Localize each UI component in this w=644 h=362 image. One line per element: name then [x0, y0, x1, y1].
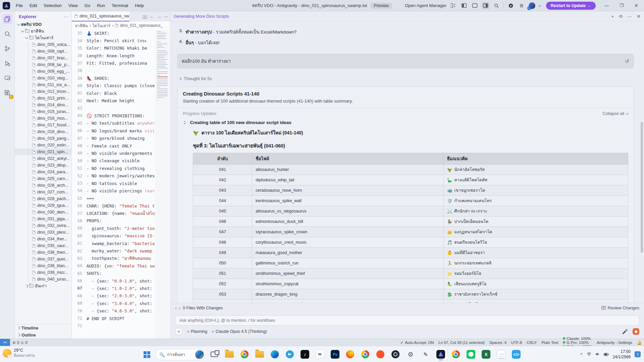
notifications-icon[interactable]: 🔔 — [635, 340, 644, 345]
model-quota-g-pro[interactable]: G Pro: 100% — [560, 341, 594, 345]
history-icon[interactable]: ⟲ — [619, 14, 623, 19]
model-selector[interactable]: Claude Opus 4.5 (Thinking) — [212, 329, 267, 334]
restart-update-button[interactable]: Restart to Update → — [546, 2, 596, 10]
breadcrumb-item[interactable]: dino_021_spinosaurus_ — [120, 23, 163, 28]
agent-chat-input[interactable] — [175, 315, 639, 325]
file-dino_033_plesi[interactable]: dino_033_plesi... — [15, 229, 71, 236]
file-dino_015_juras[interactable]: dino_015_juras... — [15, 108, 71, 115]
breadcrumb[interactable]: ยาสีฟัน›ไดโนเสาร์›dino_021_spinosaurus_ — [72, 21, 170, 29]
file-dino_035_saur[interactable]: dino_035_saur... — [15, 242, 71, 249]
taskbar-app-vscode-icon[interactable]: </> — [510, 348, 523, 361]
remote-explorer-icon[interactable] — [2, 73, 12, 83]
taskbar-app-task-view-icon[interactable] — [208, 348, 221, 361]
file-dino_012_tricer[interactable]: dino_012_tricer... — [15, 88, 71, 95]
file-dino_031_giga[interactable]: dino_031_giga... — [15, 216, 71, 222]
timeline-section[interactable]: Timeline — [15, 324, 71, 331]
panel-right-icon[interactable] — [482, 2, 489, 9]
file-dino_014_dino[interactable]: dino_014_dino... — [15, 102, 71, 108]
next-change-icon[interactable]: › — [179, 305, 180, 311]
source-control-icon[interactable] — [2, 44, 12, 54]
menu-help[interactable]: Help — [132, 2, 147, 9]
taskbar-app-pen-tool-icon[interactable]: ✎ — [419, 348, 432, 361]
run-debug-icon[interactable] — [2, 58, 12, 68]
file-dino_029_igua[interactable]: dino_029_igua... — [15, 202, 71, 209]
taskbar-search[interactable]: 🔍 การค้นหา — [155, 349, 206, 360]
stop-button[interactable] — [633, 328, 639, 335]
weather-widget[interactable]: 29°C มีเมฆบางส่วน — [3, 348, 35, 358]
scrollbar[interactable] — [641, 122, 643, 253]
open-agent-manager-button[interactable]: Open Agent Manager — [405, 3, 446, 8]
battery-icon[interactable] — [604, 352, 609, 357]
menu-file[interactable]: File — [13, 2, 26, 9]
table-row[interactable]: 046edmontosaurus_duck_bill🦆ปากเป็ดเอ็ดมอ… — [193, 217, 628, 227]
attach-button[interactable]: + — [175, 328, 182, 335]
tree-folder-toothpaste[interactable]: ยาสีฟัน — [15, 28, 71, 35]
taskbar-app-telegram-icon[interactable] — [283, 348, 296, 361]
collapse-all-button[interactable]: Collapse all — [602, 111, 628, 116]
taskbar-app-folder-icon[interactable] — [253, 348, 266, 361]
file-dino_007_brac[interactable]: dino_007_brac... — [15, 55, 71, 61]
minimize-button[interactable]: — — [601, 1, 612, 10]
eol-status[interactable]: CRLF — [524, 341, 539, 345]
tray-chevron-icon[interactable]: ^ — [581, 352, 583, 357]
network-icon[interactable] — [587, 352, 591, 357]
minimap[interactable] — [155, 30, 169, 339]
file-dino_009_egg_[interactable]: dino_009_egg_... — [15, 68, 71, 75]
tree-folder-old[interactable]: อันเก่า — [15, 283, 71, 289]
menu-selection[interactable]: Selection — [41, 2, 64, 9]
explorer-icon[interactable] — [2, 14, 12, 24]
taskbar-app-brave-icon[interactable] — [374, 348, 387, 361]
prev-change-icon[interactable]: ‹ — [175, 305, 177, 311]
extensions-icon[interactable]: ! — [2, 88, 12, 98]
start-button[interactable] — [140, 348, 153, 361]
file-dino_010_steg[interactable]: dino_010_steg... — [15, 75, 71, 81]
agent-more-icon[interactable]: ⋯ — [627, 14, 632, 19]
outline-section[interactable]: Outline — [15, 331, 71, 339]
file-dino_005_volca[interactable]: dino_005_volca... — [15, 41, 71, 48]
file-dino_011_ice_a[interactable]: dino_011_ice_a... — [15, 81, 71, 88]
search-sidebar-icon[interactable] — [2, 29, 12, 39]
mode-selector[interactable]: Planning — [187, 329, 207, 334]
table-row[interactable]: 051ornithomimus_speed_thief🌟จอมวิ่งออร์น… — [193, 268, 628, 279]
file-dino_032_ovira[interactable]: dino_032_ovira... — [15, 222, 71, 229]
taskbar-app-settings-gear-icon[interactable]: ⚙ — [404, 348, 417, 361]
taskbar-app-chrome-icon[interactable] — [449, 348, 462, 361]
menu-go[interactable]: Go — [82, 2, 93, 9]
table-row[interactable]: 041allosaurus_hunter🦖นักล่าอัลโลซอรัส — [193, 165, 628, 175]
file-dino_017_fossil[interactable]: dino_017_fossil... — [15, 122, 71, 128]
file-dino_021_spin[interactable]: dino_021_spin... — [15, 148, 71, 155]
tree-folder-dinosaur[interactable]: ไดโนเสาร์ — [15, 35, 71, 41]
mic-icon[interactable]: 🎤 — [622, 329, 628, 334]
file-dino_039_micr[interactable]: dino_039_micr... — [15, 269, 71, 276]
taskbar-app-chrome-icon[interactable] — [238, 348, 251, 361]
auto-accept-status[interactable]: ✓Auto-Accept: ON — [398, 340, 436, 345]
file-dino_008_tar_p[interactable]: dino_008_tar_p... — [15, 61, 71, 68]
maximize-button[interactable]: ❐ — [616, 1, 627, 10]
clock[interactable]: 17:50 24/1/2569 — [613, 349, 631, 360]
agent-session-title[interactable]: Generating More Dino Scripts — [174, 14, 229, 19]
taskbar-app-obs-icon[interactable] — [389, 348, 402, 361]
taskbar-app-excel-icon[interactable]: X — [480, 348, 492, 361]
editor-more-icon[interactable]: ⋯ — [164, 14, 168, 19]
menu-terminal[interactable]: Terminal — [109, 2, 131, 9]
file-dino_026_arch[interactable]: dino_026_arch... — [15, 182, 71, 189]
file-dino_025_carn[interactable]: dino_025_carn... — [15, 175, 71, 182]
table-row[interactable]: 048corythosaurus_crest_music🎵ดนตรีหงอนโค… — [193, 237, 628, 248]
review-changes-button[interactable]: Review Changes — [601, 306, 640, 310]
table-row[interactable]: 045allosaurus_vs_stegosaurus⚔️ศึกนักล่า … — [193, 206, 628, 217]
explorer-more-icon[interactable]: ⋯ — [64, 14, 68, 19]
file-dino_016_mos[interactable]: dino_016_mos... — [15, 115, 71, 122]
encoding-status[interactable]: UTF-8 — [509, 341, 525, 345]
antigravity-settings[interactable]: Antigravity - Settings — [594, 341, 634, 345]
file-dino_027_com[interactable]: dino_027_com... — [15, 189, 71, 195]
taskbar-app-tiktok-icon[interactable]: ♪ — [299, 348, 311, 361]
notification-center-icon[interactable]: 2 — [635, 351, 641, 357]
taskbar-app-edge-icon[interactable] — [268, 348, 281, 361]
table-row[interactable]: 052struthiomimus_copycat🦜เลียนแบบสตรูธิโ… — [193, 279, 628, 289]
indentation-status[interactable]: Spaces: 4 — [487, 341, 509, 345]
settings-gear-icon[interactable]: ⚙ — [518, 2, 525, 9]
menu-edit[interactable]: Edit — [26, 2, 40, 9]
table-row[interactable]: 050gallimimus_ostrich_run🏃นกกระจอกเทศแกล… — [193, 258, 628, 268]
menu-view[interactable]: View — [65, 2, 81, 9]
taskbar-app-line-icon[interactable] — [465, 348, 477, 361]
